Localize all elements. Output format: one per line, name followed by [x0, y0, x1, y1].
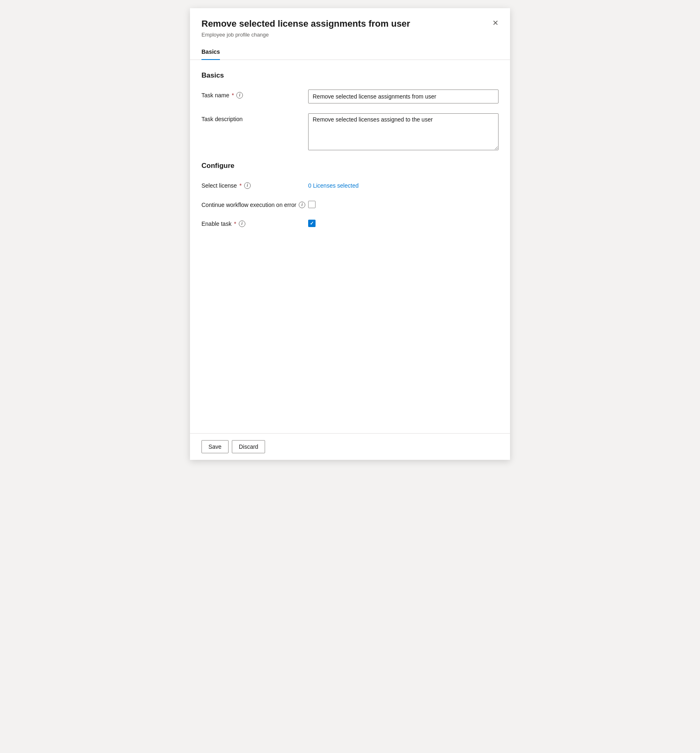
continue-workflow-row: Continue workflow execution on error i	[201, 199, 499, 208]
enable-task-checkbox-wrapper: ✓	[308, 218, 499, 227]
enable-task-row: Enable task * i ✓	[201, 218, 499, 227]
panel-subtitle: Employee job profile change	[201, 32, 499, 38]
close-button[interactable]: ✕	[489, 16, 502, 30]
enable-task-info-icon[interactable]: i	[239, 220, 245, 227]
panel-footer: Save Discard	[190, 433, 510, 460]
task-name-label: Task name * i	[201, 90, 308, 99]
task-name-info-icon[interactable]: i	[236, 92, 243, 99]
checkmark-icon: ✓	[310, 221, 314, 226]
configure-section: Configure Select license * i 0 Licenses …	[201, 162, 499, 227]
task-name-input[interactable]	[308, 90, 499, 103]
configure-section-title: Configure	[201, 162, 499, 170]
tab-basics[interactable]: Basics	[201, 44, 220, 60]
select-license-info-icon[interactable]: i	[244, 182, 251, 189]
continue-workflow-info-icon[interactable]: i	[299, 202, 305, 208]
basics-section-title: Basics	[201, 71, 499, 80]
close-icon: ✕	[492, 18, 499, 28]
discard-button[interactable]: Discard	[232, 440, 265, 453]
task-name-row: Task name * i	[201, 90, 499, 103]
task-description-control	[308, 113, 499, 152]
select-license-row: Select license * i 0 Licenses selected	[201, 180, 499, 189]
panel-title: Remove selected license assignments from…	[201, 18, 499, 30]
licenses-selected-link[interactable]: 0 Licenses selected	[308, 180, 359, 189]
panel-body: Basics Task name * i Task description Co…	[190, 60, 510, 433]
task-description-row: Task description	[201, 113, 499, 152]
task-description-input[interactable]	[308, 113, 499, 150]
task-name-required: *	[232, 92, 234, 99]
continue-workflow-checkbox-wrapper	[308, 199, 499, 208]
save-button[interactable]: Save	[201, 440, 229, 453]
enable-task-label: Enable task * i	[201, 218, 308, 227]
enable-task-checkbox[interactable]: ✓	[308, 220, 316, 227]
enable-task-control: ✓	[308, 218, 499, 227]
continue-workflow-label: Continue workflow execution on error i	[201, 199, 308, 208]
continue-workflow-checkbox[interactable]	[308, 201, 316, 208]
select-license-control: 0 Licenses selected	[308, 180, 499, 189]
enable-task-required: *	[234, 220, 236, 227]
select-license-label: Select license * i	[201, 180, 308, 189]
tabs-bar: Basics	[190, 44, 510, 60]
task-name-control	[308, 90, 499, 103]
select-license-required: *	[239, 182, 241, 189]
task-description-label: Task description	[201, 113, 308, 122]
continue-workflow-control	[308, 199, 499, 208]
panel: Remove selected license assignments from…	[190, 8, 510, 460]
panel-header: Remove selected license assignments from…	[190, 8, 510, 44]
